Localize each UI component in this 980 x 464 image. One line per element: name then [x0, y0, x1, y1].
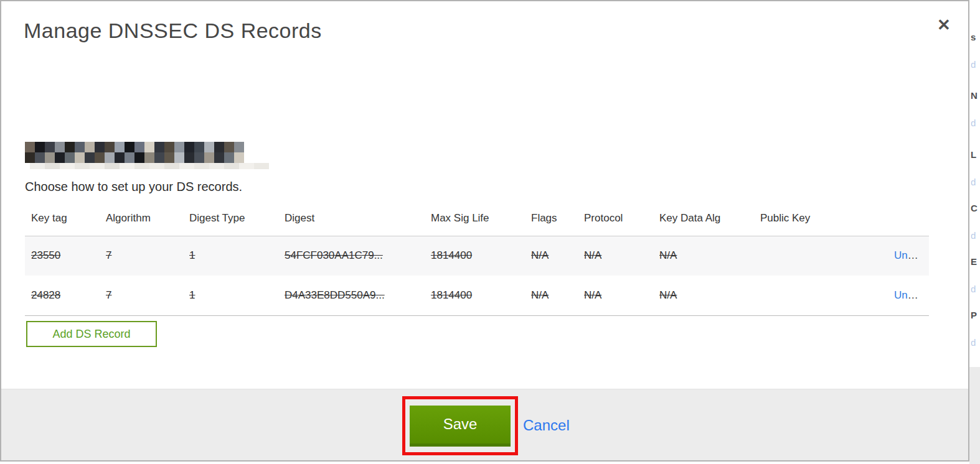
- cell-public-key: [754, 276, 888, 315]
- manage-dnssec-modal: Manage DNSSEC DS Records ✕ Choose how to…: [0, 0, 969, 462]
- cell-digest: 54FCF030AA1C79...: [278, 236, 425, 276]
- cell-key-tag: 23550: [25, 236, 100, 276]
- col-header-max-sig-life: Max Sig Life: [425, 206, 525, 236]
- col-header-digest-type: Digest Type: [183, 206, 278, 236]
- table-row: 24828 7 1 D4A33E8DD550A9... 1814400 N/A …: [25, 276, 929, 315]
- edge-text-fragment: P: [971, 310, 977, 320]
- close-icon[interactable]: ✕: [933, 14, 955, 36]
- col-header-key-data-alg: Key Data Alg: [653, 206, 754, 236]
- edge-text-fragment: N: [971, 91, 978, 100]
- edge-text-fragment: L: [971, 150, 976, 159]
- cell-public-key: [754, 236, 888, 276]
- add-ds-record-button[interactable]: Add DS Record: [26, 321, 157, 347]
- table-header-row: Key tag Algorithm Digest Type Digest Max…: [25, 206, 929, 236]
- col-header-public-key: Public Key: [754, 206, 888, 236]
- col-header-flags: Flags: [525, 206, 578, 236]
- edge-text-fragment: d: [971, 118, 976, 128]
- edge-text-fragment: d: [971, 177, 976, 187]
- cell-algorithm: 7: [100, 236, 183, 276]
- edge-text-fragment: d: [971, 60, 976, 69]
- background-page-gray-section: [969, 367, 980, 464]
- cell-digest-type: 1: [183, 276, 278, 315]
- redaction-pixels-faint: [30, 163, 269, 169]
- col-header-digest: Digest: [278, 206, 425, 236]
- cell-max-sig-life: 1814400: [425, 236, 525, 276]
- redacted-domain-name: [25, 142, 244, 163]
- save-button[interactable]: Save: [410, 406, 511, 447]
- cell-protocol: N/A: [578, 236, 653, 276]
- undo-link[interactable]: Undo: [894, 289, 920, 301]
- cell-digest-type: 1: [183, 236, 278, 276]
- col-header-protocol: Protocol: [578, 206, 653, 236]
- cell-protocol: N/A: [578, 276, 653, 315]
- redaction-pixels: [25, 142, 244, 152]
- redaction-pixels: [25, 152, 244, 163]
- cell-flags: N/A: [525, 236, 578, 276]
- modal-footer: Save Cancel: [1, 389, 968, 460]
- instruction-text: Choose how to set up your DS records.: [25, 180, 242, 194]
- cell-digest: D4A33E8DD550A9...: [278, 276, 425, 315]
- col-header-actions: [888, 206, 929, 236]
- edge-text-fragment: E: [971, 257, 977, 266]
- cell-flags: N/A: [525, 276, 578, 315]
- col-header-algorithm: Algorithm: [100, 206, 183, 236]
- modal-title: Manage DNSSEC DS Records: [24, 19, 322, 43]
- cell-key-data-alg: N/A: [653, 236, 754, 276]
- screen: s d N d L d C d E d P d Manage DNSSEC DS…: [0, 0, 980, 464]
- col-header-key-tag: Key tag: [25, 206, 100, 236]
- ds-records-table: Key tag Algorithm Digest Type Digest Max…: [25, 206, 929, 316]
- table-row: 23550 7 1 54FCF030AA1C79... 1814400 N/A …: [25, 236, 929, 276]
- edge-text-fragment: d: [971, 284, 976, 294]
- cell-key-tag: 24828: [25, 276, 100, 315]
- save-button-annotation-box: Save: [402, 396, 518, 455]
- cell-max-sig-life: 1814400: [425, 276, 525, 315]
- background-page-strip: s d N d L d C d E d P d: [969, 0, 980, 464]
- undo-link[interactable]: Undo: [894, 249, 920, 261]
- cell-key-data-alg: N/A: [653, 276, 754, 315]
- edge-text-fragment: d: [971, 338, 976, 347]
- cell-algorithm: 7: [100, 276, 183, 315]
- cancel-link[interactable]: Cancel: [523, 417, 570, 434]
- edge-text-fragment: d: [971, 231, 976, 240]
- edge-text-fragment: s: [971, 32, 976, 42]
- edge-text-fragment: C: [971, 203, 978, 213]
